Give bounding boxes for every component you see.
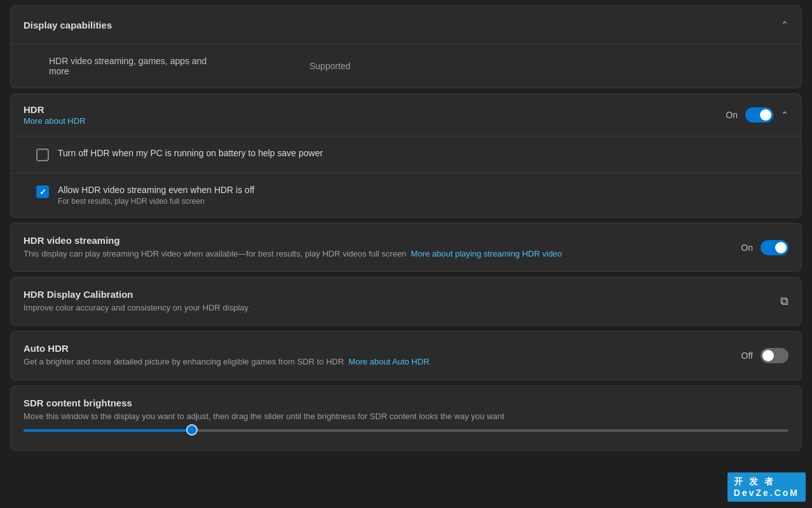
hdr-calibration-title: HDR Display Calibration — [24, 289, 248, 300]
hdr-right: On ⌃ — [726, 107, 788, 123]
auto-hdr-left: Auto HDR Get a brighter and more detaile… — [24, 343, 430, 368]
hdr-video-streaming-link[interactable]: More about playing streaming HDR video — [411, 249, 562, 258]
auto-hdr-desc: Get a brighter and more detailed picture… — [24, 356, 430, 368]
sdr-brightness-desc: Move this window to the display you want… — [24, 411, 788, 422]
hdr-streaming-checkbox-row: ✓ Allow HDR video streaming even when HD… — [11, 173, 801, 217]
hdr-header: HDR More about HDR On ⌃ — [11, 94, 801, 136]
auto-hdr-row: Auto HDR Get a brighter and more detaile… — [10, 331, 802, 380]
hdr-calibration-desc: Improve color accuracy and consistency o… — [24, 302, 248, 314]
display-capabilities-header[interactable]: Display capabilities ⌃ — [11, 6, 801, 44]
display-capabilities-title: Display capabilities — [24, 20, 112, 30]
more-about-hdr-link[interactable]: More about HDR — [24, 116, 86, 126]
auto-hdr-toggle[interactable] — [761, 348, 788, 363]
battery-checkbox-label: Turn off HDR when my PC is running on ba… — [58, 148, 323, 158]
hdr-calibration-left: HDR Display Calibration Improve color ac… — [24, 289, 248, 314]
hdr-streaming-checkbox-label: Allow HDR video streaming even when HDR … — [58, 185, 254, 195]
hdr-calibration-row: HDR Display Calibration Improve color ac… — [10, 277, 802, 326]
watermark: 开 发 者DevZe.CoM — [727, 472, 806, 502]
hdr-video-streaming-right: On — [741, 240, 788, 255]
capability-label: HDR video streaming, games, apps and mor… — [49, 56, 220, 76]
hdr-title: HDR — [24, 104, 86, 115]
sdr-brightness-slider-container[interactable] — [24, 429, 788, 432]
hdr-video-streaming-toggle[interactable] — [761, 240, 788, 255]
hdr-toggle[interactable] — [745, 107, 773, 123]
hdr-streaming-checkbox-sublabel: For best results, play HDR video full sc… — [58, 197, 254, 206]
hdr-chevron-up-icon[interactable]: ⌃ — [781, 110, 788, 120]
sdr-brightness-slider-thumb[interactable] — [186, 424, 198, 436]
capability-status: Supported — [309, 61, 351, 71]
auto-hdr-toggle-label: Off — [741, 351, 753, 361]
hdr-video-streaming-toggle-label: On — [741, 243, 753, 253]
battery-checkbox-row: Turn off HDR when my PC is running on ba… — [11, 137, 801, 173]
sdr-brightness-title: SDR content brightness — [24, 398, 788, 408]
sdr-brightness-slider-fill — [24, 429, 192, 432]
hdr-streaming-checkbox-text: Allow HDR video streaming even when HDR … — [58, 185, 254, 206]
checkmark-icon: ✓ — [39, 187, 46, 197]
hdr-video-streaming-thumb — [775, 242, 787, 253]
hdr-video-streaming-row: HDR video streaming This display can pla… — [10, 223, 802, 272]
hdr-video-streaming-title: HDR video streaming — [24, 235, 562, 246]
hdr-toggle-thumb — [760, 109, 771, 121]
hdr-streaming-checkbox[interactable]: ✓ — [36, 185, 49, 198]
hdr-title-area: HDR More about HDR — [24, 104, 86, 126]
auto-hdr-title: Auto HDR — [24, 343, 430, 354]
display-capabilities-section: Display capabilities ⌃ HDR video streami… — [10, 5, 802, 88]
hdr-calibration-right: ⧉ — [780, 295, 788, 308]
external-link-icon[interactable]: ⧉ — [780, 295, 788, 308]
auto-hdr-thumb — [762, 350, 774, 361]
battery-checkbox-text: Turn off HDR when my PC is running on ba… — [58, 148, 323, 158]
sdr-brightness-section: SDR content brightness Move this window … — [10, 385, 802, 451]
auto-hdr-right: Off — [741, 348, 788, 363]
capability-row: HDR video streaming, games, apps and mor… — [11, 44, 801, 88]
hdr-toggle-label: On — [726, 110, 738, 120]
chevron-up-icon: ⌃ — [781, 20, 788, 30]
auto-hdr-link[interactable]: More about Auto HDR — [349, 357, 430, 366]
hdr-video-streaming-desc: This display can play streaming HDR vide… — [24, 248, 562, 260]
hdr-video-streaming-left: HDR video streaming This display can pla… — [24, 235, 562, 260]
hdr-section: HDR More about HDR On ⌃ Turn off HDR whe… — [10, 93, 802, 218]
battery-checkbox[interactable] — [36, 149, 49, 161]
